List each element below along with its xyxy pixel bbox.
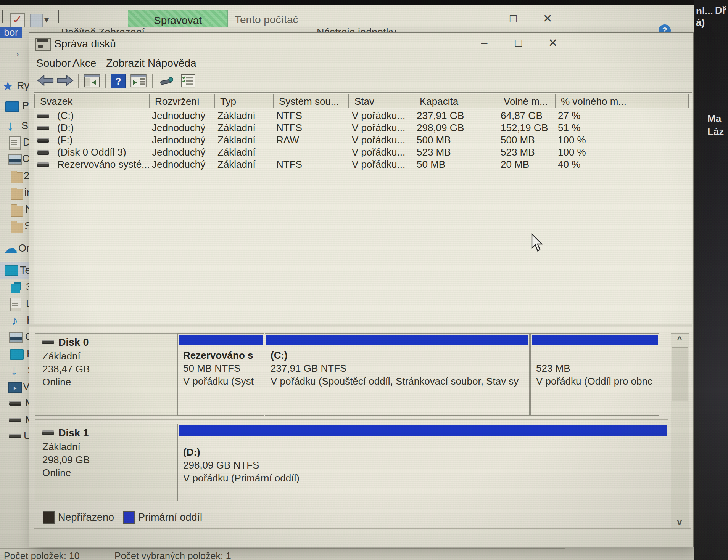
volume-disk-icon xyxy=(37,114,49,118)
back-icon[interactable] xyxy=(37,74,54,88)
menu-napoveda[interactable]: Nápověda xyxy=(148,57,196,69)
cell-volne: 152,19 GB xyxy=(501,122,548,134)
cell-typ: Základní xyxy=(217,146,256,158)
partition-recovery[interactable]: 523 MB V pořádku (Oddíl pro obnc xyxy=(530,333,659,416)
statusbar-item-count: Počet položek: 10 xyxy=(4,550,80,560)
cell-svazek: (F:) xyxy=(57,134,72,146)
explorer-close-button[interactable]: ✕ xyxy=(537,11,558,26)
dm-close-button[interactable]: ✕ xyxy=(543,35,563,50)
column-header-system-souboru[interactable]: Systém sou... xyxy=(273,94,349,108)
wrench-icon[interactable] xyxy=(158,74,175,89)
dm-minimize-button[interactable]: – xyxy=(474,35,494,50)
desktop-top-strip xyxy=(0,0,728,5)
column-header-rozvrzeni[interactable]: Rozvržení xyxy=(149,94,214,108)
explorer-maximize-button[interactable]: □ xyxy=(503,11,523,26)
drive-icon xyxy=(9,418,21,422)
folder-icon xyxy=(11,189,23,200)
help-icon[interactable]: ? xyxy=(111,74,126,88)
column-header-volne-misto[interactable]: Volné m... xyxy=(498,94,555,108)
desktop-icon-label[interactable]: Dř xyxy=(715,5,726,16)
forward-icon[interactable] xyxy=(57,74,74,88)
quick-access-star-icon: ★ xyxy=(2,80,13,92)
desktop-monitor-icon xyxy=(10,349,24,360)
partition-size: 50 MB NTFS xyxy=(183,363,240,374)
folder-icon xyxy=(11,172,23,183)
cell-procento: 100 % xyxy=(558,134,586,146)
column-header-empty[interactable] xyxy=(636,94,689,108)
partition-status: V pořádku (Oddíl pro obnc xyxy=(536,375,652,387)
column-header-stav[interactable]: Stav xyxy=(349,94,414,108)
3d-cube-icon xyxy=(11,284,20,293)
ribbon-tab-fragment: Nástroje jednotky xyxy=(317,27,446,32)
quick-access-dropdown-icon[interactable]: ▾ xyxy=(44,14,49,25)
scroll-up-icon[interactable]: ^ xyxy=(671,334,688,346)
cell-kapacita: 523 MB xyxy=(417,146,451,158)
legend-primary-label: Primární oddíl xyxy=(138,512,202,523)
disk1-size: 298,09 GB xyxy=(42,454,90,466)
cell-stav: V pořádku... xyxy=(352,159,405,170)
cell-rozvrzeni: Jednoduchý xyxy=(152,110,205,122)
partition-size: 298,09 GB NTFS xyxy=(183,459,259,471)
checklist-icon[interactable] xyxy=(180,74,196,89)
table-row-d[interactable]: (D:) Jednoduchý Základní NTFS V pořádku.… xyxy=(34,122,687,134)
scrollbar-thumb[interactable] xyxy=(672,347,688,401)
cell-procento: 27 % xyxy=(558,110,580,122)
disk0-status: Online xyxy=(42,376,71,388)
explorer-window-title: Tento počítač xyxy=(235,14,298,26)
partition-status: V pořádku (Spouštěcí oddíl, Stránkovací … xyxy=(271,375,519,387)
column-header-kapacita[interactable]: Kapacita xyxy=(414,94,498,108)
column-header-svazek[interactable]: Svazek xyxy=(34,94,149,108)
cell-kapacita: 237,91 GB xyxy=(417,110,464,122)
desktop-icon-label[interactable]: Ma xyxy=(707,113,721,125)
cell-volne: 523 MB xyxy=(501,146,535,158)
disk1-info-box[interactable]: Disk 1 Základní 298,09 GB Online xyxy=(35,424,177,501)
cell-kapacita: 50 MB xyxy=(417,159,445,170)
desktop-icon-label[interactable]: á) xyxy=(696,17,705,29)
console-tree-icon[interactable] xyxy=(84,74,100,89)
table-row-c[interactable]: (C:) Jednoduchý Základní NTFS V pořádku.… xyxy=(34,110,687,122)
tab-file-menu[interactable]: bor xyxy=(0,27,22,38)
desktop-background: nl... á) Dř Ma Láz xyxy=(694,0,728,560)
properties-window-icon[interactable] xyxy=(130,74,147,89)
screen: nl... á) Dř Ma Láz ✓ ▾ Spravovat Tento p… xyxy=(0,0,728,560)
cell-typ: Základní xyxy=(217,134,256,146)
volume-disk-icon xyxy=(37,162,49,167)
play-icon: ▸ xyxy=(14,384,17,392)
cell-svazek: (D:) xyxy=(57,122,74,134)
dm-maximize-button[interactable]: □ xyxy=(508,35,529,50)
disk0-info-box[interactable]: Disk 0 Základní 238,47 GB Online xyxy=(35,333,177,416)
scroll-down-icon[interactable]: v xyxy=(671,516,688,528)
graphical-pane-scrollbar[interactable]: ^ v xyxy=(671,333,689,529)
drive-icon xyxy=(9,401,21,406)
explorer-minimize-button[interactable]: – xyxy=(469,11,489,26)
column-header-procento-volneho[interactable]: % volného m... xyxy=(555,94,636,108)
nav-forward-icon[interactable]: → xyxy=(9,46,21,60)
volume-disk-icon xyxy=(37,126,49,130)
cell-volne: 500 MB xyxy=(501,134,535,146)
partition-color-bar xyxy=(179,335,263,345)
partition-title: Rezervováno s xyxy=(183,350,253,361)
column-header-typ[interactable]: Typ xyxy=(214,94,273,108)
cell-typ: Základní xyxy=(217,110,256,122)
menu-zobrazit[interactable]: Zobrazit xyxy=(106,57,145,69)
video-icon: ▸ xyxy=(8,382,22,393)
table-row-f[interactable]: (F:) Jednoduchý Základní RAW V pořádku..… xyxy=(34,134,687,146)
table-row-disk0-oddil3[interactable]: (Disk 0 Oddíl 3) Jednoduchý Základní V p… xyxy=(34,146,687,159)
disk1-kind: Základní xyxy=(42,441,81,453)
disk-management-title: Správa disků xyxy=(54,38,116,50)
desktop-icon-label[interactable]: nl... xyxy=(696,5,713,17)
partition-system-reserved[interactable]: Rezervováno s 50 MB NTFS V pořádku (Syst xyxy=(177,333,264,416)
picture-icon xyxy=(9,332,23,343)
table-row-rezervovano[interactable]: Rezervováno systé... Jednoduchý Základní… xyxy=(34,159,687,171)
menu-soubor[interactable]: Soubor xyxy=(36,57,71,69)
partition-c[interactable]: (C:) 237,91 GB NTFS V pořádku (Spouštěcí… xyxy=(265,333,530,416)
partition-status: V pořádku (Primární oddíl) xyxy=(183,472,300,484)
this-pc-icon xyxy=(5,265,18,276)
usb-drive-icon xyxy=(9,434,21,438)
desktop-icon-label[interactable]: Láz xyxy=(707,126,724,138)
folder-icon xyxy=(11,206,23,217)
partition-d[interactable]: (D:) 298,09 GB NTFS V pořádku (Primární … xyxy=(177,424,668,501)
menu-akce[interactable]: Akce xyxy=(72,57,96,69)
statusbar-selected-count: Počet vybraných položek: 1 xyxy=(114,550,231,560)
cell-procento: 51 % xyxy=(558,122,580,134)
